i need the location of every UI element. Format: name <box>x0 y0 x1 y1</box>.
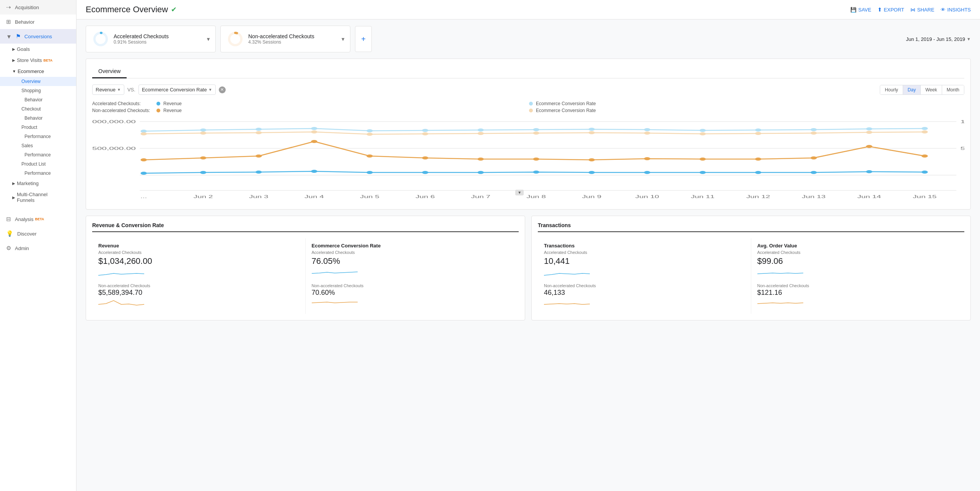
ecommerce-expand-icon: ▼ <box>12 69 16 73</box>
vs-label: VS. <box>127 87 135 93</box>
export-button[interactable]: ⬆ EXPORT <box>877 7 904 13</box>
svg-point-28 <box>200 128 207 132</box>
sidebar-item-multi-channel[interactable]: ▶ Multi-ChannelFunnels <box>0 189 76 206</box>
sidebar-item-product-performance[interactable]: Product <box>0 123 76 132</box>
svg-point-57 <box>140 158 147 161</box>
aov-accel-sparkline <box>757 268 803 279</box>
revenue-section-title: Revenue & Conversion Rate <box>92 222 519 232</box>
time-btn-hourly[interactable]: Hourly <box>880 85 903 94</box>
non-accelerated-donut <box>227 31 244 47</box>
chart-area: $1,000,000.00 $500,000.00 100.00% 50.00%… <box>92 118 964 203</box>
svg-text:Jun 12: Jun 12 <box>746 195 770 199</box>
sidebar-item-sales-performance2[interactable]: Performance <box>0 150 76 159</box>
svg-text:Jun 7: Jun 7 <box>471 195 490 199</box>
sidebar-item-checkout-behavior[interactable]: Checkout <box>0 104 76 114</box>
sidebar-item-conversions[interactable]: ▼ ⚑ Conversions <box>0 29 76 44</box>
svg-point-46 <box>366 133 373 136</box>
svg-point-32 <box>422 129 428 132</box>
svg-point-50 <box>589 131 595 134</box>
sidebar-item-product-list2[interactable]: Performance <box>0 169 76 178</box>
tab-overview[interactable]: Overview <box>92 65 127 78</box>
svg-point-81 <box>644 171 651 174</box>
sidebar: ⇢ Acquisition ⊞ Behavior ▼ ⚑ Conversions… <box>0 0 77 491</box>
share-button[interactable]: ⋈ SHARE <box>910 7 934 13</box>
sidebar-item-shopping-behavior2[interactable]: Behavior <box>0 95 76 104</box>
segment-card-non-accelerated[interactable]: Non-accelerated Checkouts 4.32% Sessions… <box>220 26 350 52</box>
aov-nonaccel-sparkline <box>757 297 803 308</box>
svg-point-53 <box>755 132 762 135</box>
svg-point-86 <box>921 171 928 174</box>
segment-card-accelerated[interactable]: Accelerated Checkouts 0.91% Sessions ▼ <box>86 26 216 52</box>
remove-metric2-button[interactable]: ✕ <box>219 86 226 93</box>
stats-grid: Revenue & Conversion Rate Revenue Accele… <box>86 216 971 320</box>
date-range-picker[interactable]: Jun 1, 2019 - Jun 15, 2019 ▼ <box>906 36 971 42</box>
svg-text:50.00%: 50.00% <box>960 146 964 151</box>
chart-legend: Accelerated Checkouts: Revenue Ecommerce… <box>92 101 964 113</box>
main-content: Ecommerce Overview ✔ 💾 SAVE ⬆ EXPORT ⋈ S… <box>77 0 980 491</box>
accelerated-segment-info: Accelerated Checkouts 0.91% Sessions <box>114 33 169 45</box>
insights-button[interactable]: 👁 INSIGHTS <box>941 7 971 13</box>
save-button[interactable]: 💾 SAVE <box>850 7 871 13</box>
export-icon: ⬆ <box>877 7 882 13</box>
sidebar-item-sales-performance[interactable]: Sales <box>0 141 76 150</box>
metric2-select[interactable]: Ecommerce Conversion Rate ▼ <box>138 85 216 95</box>
sidebar-item-behavior[interactable]: ⊞ Behavior <box>0 15 76 29</box>
sidebar-item-acquisition[interactable]: ⇢ Acquisition <box>0 0 76 15</box>
svg-point-80 <box>589 171 595 174</box>
svg-point-83 <box>755 171 762 174</box>
sidebar-item-product-performance2[interactable]: Performance <box>0 132 76 141</box>
verified-icon: ✔ <box>171 5 177 14</box>
trans-nonaccel-sparkline <box>544 297 590 308</box>
segment-chevron-accelerated: ▼ <box>206 36 211 42</box>
sidebar-item-checkout-behavior2[interactable]: Behavior <box>0 114 76 123</box>
svg-point-36 <box>644 128 651 131</box>
svg-point-78 <box>477 171 484 174</box>
svg-text:Jun 15: Jun 15 <box>913 195 936 199</box>
svg-point-39 <box>811 128 817 131</box>
metric2-chevron-icon: ▼ <box>208 88 212 92</box>
acquisition-icon: ⇢ <box>6 4 11 11</box>
legend-row-accel-revenue: Accelerated Checkouts: Revenue <box>92 101 527 106</box>
legend-row-accel-cr: Ecommerce Conversion Rate <box>529 101 964 106</box>
add-segment-button[interactable]: + <box>355 26 372 52</box>
sidebar-item-overview[interactable]: Overview <box>0 77 76 86</box>
chart-tooltip-button[interactable]: ▼ <box>515 190 524 195</box>
accel-cr-dot <box>529 102 533 106</box>
sidebar-item-marketing[interactable]: ▶ Marketing <box>0 178 76 189</box>
sidebar-item-ecommerce[interactable]: ▼ Ecommerce <box>0 66 76 77</box>
sidebar-item-store-visits[interactable]: ▶ Store Visits BETA <box>0 55 76 66</box>
time-btn-week[interactable]: Week <box>921 85 942 94</box>
revenue-accel-sparkline <box>98 268 144 279</box>
sidebar-item-discover[interactable]: 💡 Discover <box>0 226 76 241</box>
svg-point-56 <box>921 130 928 133</box>
accelerated-donut <box>92 31 109 47</box>
svg-point-59 <box>256 154 262 158</box>
svg-point-47 <box>422 132 428 135</box>
svg-point-69 <box>811 156 817 159</box>
sidebar-item-analysis[interactable]: ⊟ Analysis BETA <box>0 212 76 226</box>
svg-point-54 <box>811 132 817 135</box>
conversions-expand-icon: ▼ <box>6 33 12 40</box>
sidebar-item-product-list[interactable]: Product List <box>0 159 76 169</box>
chart-container: Overview Revenue ▼ VS. Ecommerce Convers… <box>86 59 971 210</box>
svg-point-48 <box>477 132 484 135</box>
time-btn-month[interactable]: Month <box>942 85 964 94</box>
svg-point-62 <box>422 156 428 159</box>
svg-point-79 <box>533 171 539 174</box>
svg-text:Jun 6: Jun 6 <box>415 195 435 199</box>
svg-point-82 <box>700 171 706 174</box>
admin-icon: ⚙ <box>6 245 11 252</box>
time-granularity-selector: Hourly Day Week Month <box>880 85 964 95</box>
svg-point-52 <box>700 132 706 135</box>
sidebar-item-admin[interactable]: ⚙ Admin <box>0 241 76 255</box>
time-btn-day[interactable]: Day <box>903 85 921 94</box>
flag-icon: ⚑ <box>16 33 21 40</box>
svg-point-37 <box>700 129 706 132</box>
metric1-select[interactable]: Revenue ▼ <box>92 85 124 95</box>
sidebar-item-shopping-behavior[interactable]: Shopping <box>0 86 76 95</box>
svg-point-61 <box>366 154 373 158</box>
svg-point-42 <box>140 132 147 135</box>
metric1-chevron-icon: ▼ <box>117 88 121 92</box>
svg-point-31 <box>366 129 373 132</box>
sidebar-item-goals[interactable]: ▶ Goals <box>0 44 76 55</box>
